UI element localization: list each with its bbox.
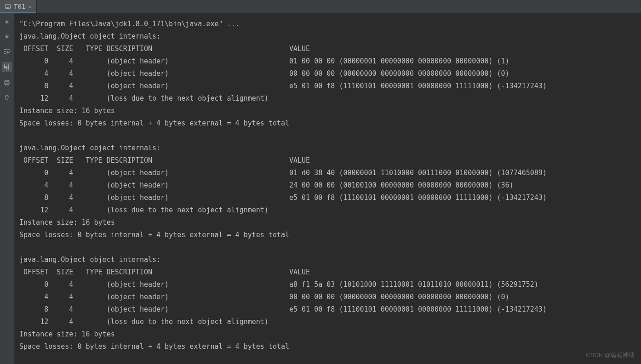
tab-bar: T01 × (0, 0, 641, 13)
down-arrow-icon[interactable] (3, 33, 11, 41)
run-config-icon (5, 3, 11, 10)
close-icon[interactable]: × (28, 3, 32, 10)
tool-gutter (0, 13, 14, 364)
console-text: "C:\Program Files\Java\jdk1.8.0_171\bin\… (19, 18, 641, 353)
soft-wrap-icon[interactable] (3, 47, 11, 56)
tab-run-config[interactable]: T01 × (0, 0, 37, 13)
console-output[interactable]: "C:\Program Files\Java\jdk1.8.0_171\bin\… (14, 13, 641, 364)
print-icon[interactable] (3, 79, 11, 87)
trash-icon[interactable] (3, 93, 11, 102)
scroll-to-end-icon[interactable] (2, 62, 12, 72)
svg-rect-1 (6, 7, 9, 8)
up-arrow-icon[interactable] (3, 18, 11, 26)
tab-label: T01 (14, 3, 25, 10)
